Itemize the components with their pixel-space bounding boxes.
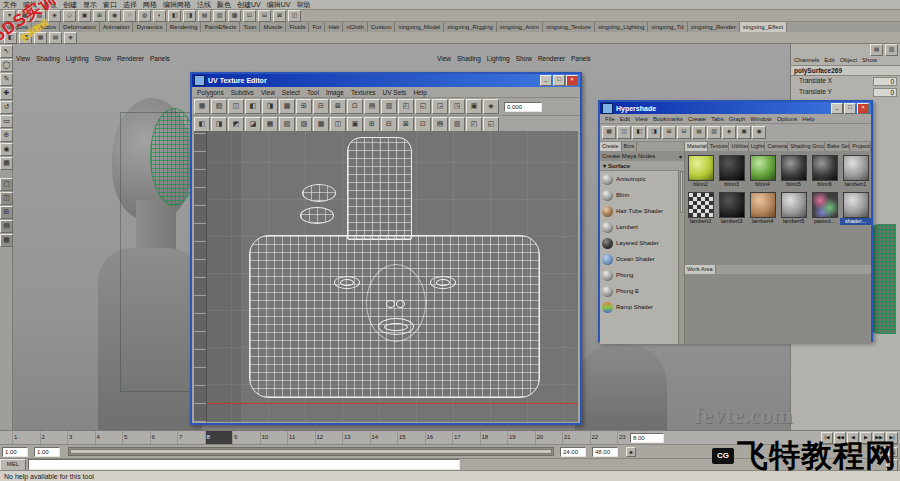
playback-end-field[interactable]: 24.00	[560, 447, 586, 457]
frame-tick[interactable]: 8	[205, 431, 233, 445]
hypershade-titlebar[interactable]: Hypershade _ □ ×	[600, 102, 871, 114]
channel-box-menu-item[interactable]: Object	[840, 57, 857, 63]
uv-toolbar-icon[interactable]: ◧	[194, 117, 210, 132]
shelf-tab[interactable]: Rendering	[167, 22, 202, 32]
shelf-tab[interactable]: Deformation	[60, 22, 100, 32]
status-icon[interactable]: ⊠	[273, 10, 286, 22]
layout-button[interactable]: ▦	[0, 234, 13, 247]
menu-item[interactable]: 帮助	[293, 0, 313, 10]
shader-node-item[interactable]: Phong E	[600, 283, 684, 299]
status-icon[interactable]: ▣	[78, 10, 91, 22]
material-swatch-cell[interactable]: lambert5	[778, 192, 809, 225]
shelf-tab[interactable]: xingxing_Render	[688, 22, 740, 32]
uv-canvas[interactable]	[194, 131, 578, 422]
status-icon[interactable]: ▥	[213, 10, 226, 22]
frame-tick[interactable]: 21	[562, 431, 590, 445]
swatch-panel-tab[interactable]: Lights	[749, 142, 766, 151]
status-icon[interactable]: ⊟	[258, 10, 271, 22]
shader-node-item[interactable]: Blinn	[600, 187, 684, 203]
status-icon[interactable]: ◨	[183, 10, 196, 22]
uv-toolbar-icon[interactable]: ◫	[228, 99, 244, 114]
hypershade-toolbar-icon[interactable]: ◨	[647, 126, 661, 139]
uv-toolbar-icon[interactable]: ▧	[211, 99, 227, 114]
shelf-icon[interactable]: ▤	[49, 32, 62, 44]
uv-toolbar-icon[interactable]: ⊞	[364, 117, 380, 132]
frame-tick[interactable]: 20	[535, 431, 563, 445]
shelf-tab[interactable]: Animation	[100, 22, 134, 32]
uv-shell-small-2[interactable]	[300, 207, 334, 224]
menu-item[interactable]: 法线	[194, 0, 214, 10]
shader-node-item[interactable]: Layered Shader	[600, 235, 684, 251]
uv-toolbar-icon[interactable]: ⊟	[381, 117, 397, 132]
uv-toolbar-icon[interactable]: ⊠	[330, 99, 346, 114]
frame-tick[interactable]: 9	[232, 431, 260, 445]
panel-menu-item[interactable]: Lighting	[66, 55, 89, 62]
material-swatch[interactable]	[688, 192, 714, 218]
tool-button[interactable]: ↺	[0, 101, 13, 114]
uv-toolbar-icon[interactable]: ◨	[211, 117, 227, 132]
shelf-tab[interactable]: xingxing_Td	[648, 22, 687, 32]
uv-toolbar-icon[interactable]: ◈	[483, 99, 499, 114]
uv-toolbar-icon[interactable]: ◰	[466, 117, 482, 132]
uv-editor-menu-item[interactable]: Textures	[351, 89, 376, 96]
panel-menu-item[interactable]: Lighting	[487, 55, 510, 62]
frame-tick[interactable]: 16	[425, 431, 453, 445]
layout-button[interactable]: ▢	[0, 178, 13, 191]
panel-menu-item[interactable]: Show	[95, 55, 111, 62]
frame-tick[interactable]: 7	[177, 431, 205, 445]
frame-tick[interactable]: 15	[397, 431, 425, 445]
current-time-field[interactable]: 8.00	[630, 433, 664, 443]
frame-ticks[interactable]: 123456789101112131415161718192021222324	[12, 431, 672, 445]
uv-toolbar-icon[interactable]: ▣	[466, 99, 482, 114]
material-swatch[interactable]	[781, 192, 807, 218]
tool-button[interactable]: ▦	[0, 157, 13, 170]
material-swatch-cell[interactable]: blinn3	[716, 155, 747, 188]
uv-toolbar-icon[interactable]: ▧	[279, 117, 295, 132]
uv-toolbar-icon[interactable]: ▨	[296, 117, 312, 132]
layer-editor-toggle-icon[interactable]: ▥	[885, 44, 898, 56]
hypershade-toolbar-icon[interactable]: ⊟	[677, 126, 691, 139]
channel-box-toggle-icon[interactable]: ▤	[870, 44, 883, 56]
uv-value-field[interactable]: 0.000	[504, 102, 542, 112]
uv-editor-menu-item[interactable]: Select	[282, 89, 300, 96]
frame-tick[interactable]: 22	[590, 431, 618, 445]
uv-toolbar-icon[interactable]: ⊞	[296, 99, 312, 114]
material-swatch-cell[interactable]: pasted...	[809, 192, 840, 225]
uv-editor-menu-item[interactable]: Help	[413, 89, 426, 96]
menu-item[interactable]: 编辑网格	[160, 0, 194, 10]
panel-menu-item[interactable]: View	[16, 55, 30, 62]
shader-node-item[interactable]: Hair Tube Shader	[600, 203, 684, 219]
create-list-scrollbar[interactable]	[678, 170, 684, 344]
channel-box-object-name[interactable]: polySurface269	[791, 66, 900, 76]
shelf-tab[interactable]: xingxing_Texture	[543, 22, 595, 32]
mel-label[interactable]: MEL	[0, 459, 26, 471]
frame-tick[interactable]: 12	[315, 431, 343, 445]
swatch-panel-tab[interactable]: Utilities	[729, 142, 748, 151]
maximize-button[interactable]: □	[844, 103, 856, 114]
frame-tick[interactable]: 11	[287, 431, 315, 445]
menu-item[interactable]: 选择	[120, 0, 140, 10]
shelf-tab[interactable]: Custom	[368, 22, 396, 32]
material-swatch-cell[interactable]: lambert4	[747, 192, 778, 225]
material-swatch-cell[interactable]: blinn5	[778, 155, 809, 188]
status-icon[interactable]: ⊡	[243, 10, 256, 22]
shelf-tab[interactable]: Toon	[240, 22, 260, 32]
frame-tick[interactable]: 13	[342, 431, 370, 445]
shader-node-item[interactable]: Ramp Shader	[600, 299, 684, 315]
work-area-tab[interactable]: Work Area	[685, 265, 716, 274]
swatch-panel-tab[interactable]: Bake Sets	[825, 142, 850, 151]
uv-shell-column[interactable]	[347, 137, 412, 240]
shelf-tab[interactable]: xingxing_Anim	[497, 22, 543, 32]
uv-toolbar-icon[interactable]: ◰	[398, 99, 414, 114]
material-swatch-cell[interactable]: lambert2	[685, 192, 716, 225]
frame-tick[interactable]: 14	[370, 431, 398, 445]
shader-node-item[interactable]: Phong	[600, 267, 684, 283]
panel-menu-item[interactable]: Shading	[457, 55, 481, 62]
close-button[interactable]: ×	[857, 103, 869, 114]
status-icon[interactable]: ▩	[228, 10, 241, 22]
create-panel-tab[interactable]: Bins	[622, 142, 638, 151]
status-icon[interactable]: ⊞	[93, 10, 106, 22]
status-icon[interactable]: ◫	[288, 10, 301, 22]
panel-menu-item[interactable]: Panels	[571, 55, 591, 62]
material-swatch-cell[interactable]: lambert1	[840, 155, 871, 188]
